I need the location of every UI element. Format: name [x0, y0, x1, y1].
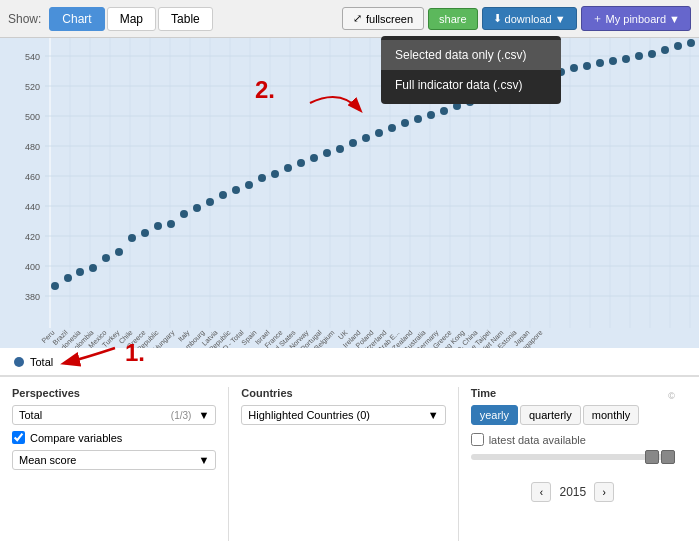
slider-handle-right[interactable]: [661, 450, 675, 464]
time-section: Time © yearly quarterly monthly latest d…: [459, 387, 687, 541]
svg-text:440: 440: [25, 202, 40, 212]
svg-text:380: 380: [25, 292, 40, 302]
year-slider[interactable]: [471, 454, 675, 474]
pinboard-button[interactable]: ＋ My pinboard ▼: [581, 6, 691, 31]
pin-icon: ＋: [592, 11, 603, 26]
fullscreen-button[interactable]: ⤢ fullscreen: [342, 7, 424, 30]
svg-point-53: [64, 274, 72, 282]
svg-text:460: 460: [25, 172, 40, 182]
fullscreen-icon: ⤢: [353, 12, 362, 25]
download-icon: ⬇: [493, 12, 502, 25]
tab-map[interactable]: Map: [107, 7, 156, 31]
header-bar: Show: Chart Map Table ⤢ fullscreen share…: [0, 0, 699, 38]
svg-point-101: [687, 39, 695, 47]
svg-point-56: [102, 254, 110, 262]
countries-dropdown-icon: ▼: [428, 409, 439, 421]
year-next-button[interactable]: ›: [594, 482, 614, 502]
svg-point-52: [51, 282, 59, 290]
monthly-button[interactable]: monthly: [583, 405, 640, 425]
time-buttons: yearly quarterly monthly: [471, 405, 675, 425]
bottom-panel: Perspectives Total (1/3) ▼ Compare varia…: [0, 376, 699, 551]
svg-point-62: [180, 210, 188, 218]
svg-point-71: [297, 159, 305, 167]
download-selected-csv[interactable]: Selected data only (.csv): [381, 40, 561, 70]
latest-data-row: latest data available: [471, 433, 675, 446]
svg-text:480: 480: [25, 142, 40, 152]
countries-section: Countries Highlighted Countries (0) ▼: [229, 387, 458, 541]
svg-point-75: [349, 139, 357, 147]
svg-point-79: [401, 119, 409, 127]
perspectives-select[interactable]: Total (1/3) ▼: [12, 405, 216, 425]
svg-point-97: [635, 52, 643, 60]
svg-point-98: [648, 50, 656, 58]
svg-point-67: [245, 181, 253, 189]
year-display: 2015: [559, 485, 586, 499]
svg-point-63: [193, 204, 201, 212]
countries-title: Countries: [241, 387, 445, 399]
svg-text:420: 420: [25, 232, 40, 242]
svg-point-55: [89, 264, 97, 272]
show-label: Show:: [8, 12, 41, 26]
svg-point-76: [362, 134, 370, 142]
svg-text:540: 540: [25, 52, 40, 62]
svg-point-66: [232, 186, 240, 194]
latest-data-checkbox[interactable]: [471, 433, 484, 446]
chart-svg: 380 400 420 440 460 480 500 520 540: [0, 38, 699, 348]
svg-point-92: [570, 64, 578, 72]
svg-text:500: 500: [25, 112, 40, 122]
svg-point-59: [141, 229, 149, 237]
dropdown-arrow-icon: ▼: [555, 13, 566, 25]
perspectives-select-row: Total (1/3) ▼: [12, 405, 216, 425]
highlighted-countries-label: Highlighted Countries (0): [248, 409, 370, 421]
measure-select-row: Mean score ▼: [12, 450, 216, 470]
svg-point-78: [388, 124, 396, 132]
svg-point-69: [271, 170, 279, 178]
svg-point-57: [115, 248, 123, 256]
tab-table[interactable]: Table: [158, 7, 213, 31]
svg-point-94: [596, 59, 604, 67]
svg-point-81: [427, 111, 435, 119]
legend-row: Total 1.: [0, 348, 699, 376]
svg-point-70: [284, 164, 292, 172]
compare-variables-label: Compare variables: [30, 432, 122, 444]
download-dropdown: Selected data only (.csv) Full indicator…: [381, 36, 561, 104]
svg-point-80: [414, 115, 422, 123]
svg-point-60: [154, 222, 162, 230]
svg-point-82: [440, 107, 448, 115]
svg-point-96: [622, 55, 630, 63]
svg-point-72: [310, 154, 318, 162]
svg-point-65: [219, 191, 227, 199]
tab-chart[interactable]: Chart: [49, 7, 104, 31]
share-button[interactable]: share: [428, 8, 478, 30]
measure-dropdown-icon: ▼: [198, 454, 209, 466]
svg-point-68: [258, 174, 266, 182]
chart-area: 380 400 420 440 460 480 500 520 540: [0, 38, 699, 348]
svg-point-73: [323, 149, 331, 157]
svg-text:400: 400: [25, 262, 40, 272]
svg-point-58: [128, 234, 136, 242]
svg-point-77: [375, 129, 383, 137]
header-right: ⤢ fullscreen share ⬇ download ▼ ＋ My pin…: [342, 6, 691, 31]
perspectives-dropdown-icon: ▼: [198, 409, 209, 421]
year-prev-button[interactable]: ‹: [531, 482, 551, 502]
legend-dot: [14, 357, 24, 367]
svg-point-61: [167, 220, 175, 228]
perspectives-title: Perspectives: [12, 387, 216, 399]
svg-point-93: [583, 62, 591, 70]
countries-select[interactable]: Highlighted Countries (0) ▼: [241, 405, 445, 425]
measure-select[interactable]: Mean score ▼: [12, 450, 216, 470]
copyright-symbol: ©: [668, 391, 675, 401]
legend-label: Total: [30, 356, 53, 368]
slider-handle-left[interactable]: [645, 450, 659, 464]
download-button[interactable]: ⬇ download ▼: [482, 7, 577, 30]
svg-point-95: [609, 57, 617, 65]
yearly-button[interactable]: yearly: [471, 405, 518, 425]
compare-variables-checkbox[interactable]: [12, 431, 25, 444]
svg-point-54: [76, 268, 84, 276]
slider-track: [471, 454, 675, 460]
download-full-csv[interactable]: Full indicator data (.csv): [381, 70, 561, 100]
perspectives-section: Perspectives Total (1/3) ▼ Compare varia…: [12, 387, 229, 541]
pinboard-arrow-icon: ▼: [669, 13, 680, 25]
quarterly-button[interactable]: quarterly: [520, 405, 581, 425]
compare-variables-row: Compare variables: [12, 431, 216, 444]
